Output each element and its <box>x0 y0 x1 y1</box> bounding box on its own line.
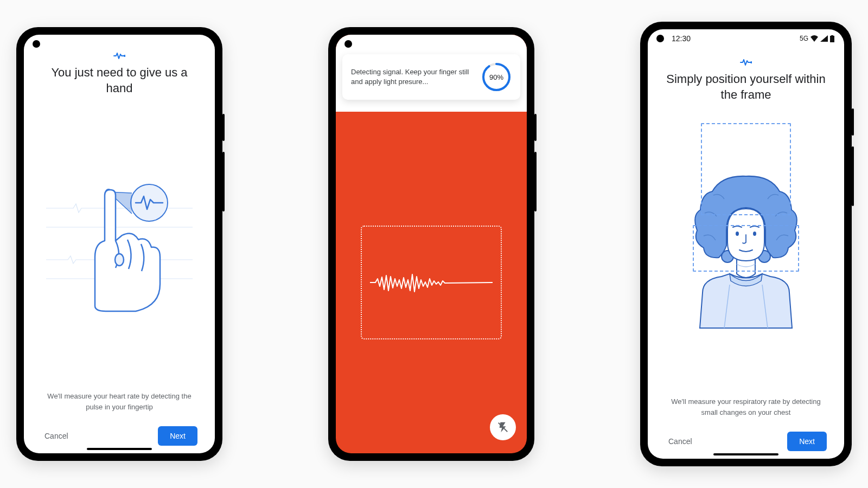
next-button[interactable]: Next <box>787 432 827 451</box>
power-button <box>534 114 537 141</box>
phone-mockup-heart-rate-measuring: Detecting signal. Keep your finger still… <box>328 27 534 461</box>
face-frame-guide <box>701 123 791 215</box>
battery-icon <box>830 35 834 42</box>
status-network-label: 5G <box>800 35 808 42</box>
pulse-icon <box>39 52 200 62</box>
cancel-button[interactable]: Cancel <box>41 427 72 445</box>
phone-mockup-heart-rate-intro: You just need to give us a hand <box>16 27 222 461</box>
signal-icon <box>820 35 828 42</box>
status-time: 12:30 <box>672 34 691 43</box>
page-title: You just need to give us a hand <box>39 65 200 96</box>
progress-ring: 90% <box>481 62 512 92</box>
volume-button <box>534 152 537 211</box>
status-card: Detecting signal. Keep your finger still… <box>342 54 520 100</box>
camera-hole <box>33 40 40 48</box>
svg-rect-8 <box>831 35 833 36</box>
cancel-button[interactable]: Cancel <box>665 433 695 450</box>
volume-button <box>222 152 225 211</box>
phone-mockup-respiratory-intro: 12:30 5G Simply position yourself within… <box>640 22 852 466</box>
description-text: We'll measure your heart rate by detecti… <box>39 391 200 422</box>
camera-hole <box>656 35 664 42</box>
svg-point-0 <box>124 55 125 57</box>
status-card-text: Detecting signal. Keep your finger still… <box>351 67 475 87</box>
flash-off-icon <box>497 421 509 433</box>
nav-gesture-pill <box>713 453 778 455</box>
waveform-icon <box>369 264 494 301</box>
svg-point-3 <box>115 254 124 266</box>
progress-label: 90% <box>481 62 512 92</box>
svg-point-9 <box>750 61 752 63</box>
flash-toggle-button[interactable] <box>490 414 516 440</box>
page-title: Simply position yourself within the fram… <box>663 72 829 102</box>
status-bar: 12:30 5G <box>648 29 844 48</box>
description-text: We'll measure your respiratory rate by d… <box>663 396 829 427</box>
wifi-icon <box>810 35 818 42</box>
heart-rate-illustration <box>39 101 200 391</box>
camera-viewfinder <box>336 112 527 453</box>
svg-rect-7 <box>830 36 834 42</box>
camera-hole <box>344 40 352 48</box>
respiratory-illustration <box>663 108 829 396</box>
nav-gesture-pill <box>87 448 152 450</box>
next-button[interactable]: Next <box>158 426 197 446</box>
chest-frame-guide <box>693 225 799 272</box>
finger-target-box <box>361 226 502 339</box>
volume-button <box>852 146 854 206</box>
power-button <box>852 108 854 136</box>
pulse-icon <box>663 59 829 68</box>
power-button <box>222 114 225 141</box>
